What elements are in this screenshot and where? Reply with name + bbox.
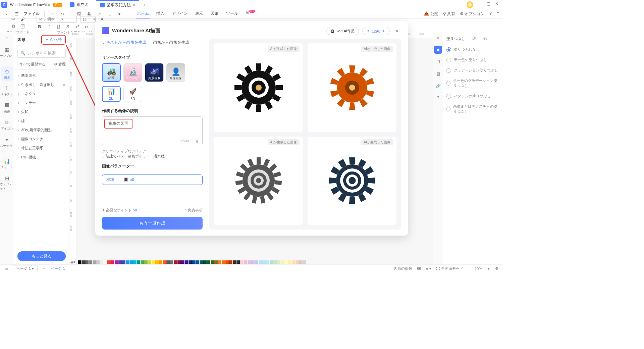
zoom-level[interactable]: 20% [475,267,482,271]
disclaimer-link[interactable]: ○ 免責事項 [184,208,203,213]
generated-image-2[interactable]: AIが生成した画像 [308,43,396,132]
subscript-icon[interactable]: x₂ [84,23,90,30]
sidebar-item-shapes[interactable]: ◇図形 [1,66,13,81]
shape-category[interactable]: 引き出し、吹き出し [14,80,69,89]
resource-type-sticker[interactable]: 🔬ステッカー [123,63,142,82]
color-swatch[interactable] [174,260,177,264]
help-panel-icon[interactable]: ? [434,94,442,102]
sidebar-item-image[interactable]: 🖼画像 [4,101,10,115]
ribbon-tab-design[interactable]: デザイン [171,9,189,18]
color-swatch[interactable] [85,260,89,264]
celebration-icon[interactable] [467,1,473,8]
dialog-close-icon[interactable]: ✕ [393,27,401,35]
shape-category[interactable]: 寸法と工学系 [14,144,69,153]
color-swatch[interactable] [277,260,280,264]
dialog-tab-image2image[interactable]: 画像から画像を生成 [153,40,189,47]
color-swatch[interactable] [296,260,299,264]
sidebar-collapse-icon[interactable]: « [2,34,12,42]
bold-icon[interactable]: B [37,23,43,30]
maximize-button[interactable]: ▢ [487,1,490,8]
color-swatch[interactable] [255,260,258,264]
color-swatch[interactable] [159,260,162,264]
color-swatch[interactable] [100,260,103,264]
minimize-button[interactable]: — [478,1,482,8]
page-select[interactable]: ページ-1 ▾ [13,265,38,272]
add-page-button[interactable]: ＋ [42,266,46,271]
ribbon-tab-ai[interactable]: AIhot [245,9,256,18]
dimension-2d[interactable]: 📊2D [102,86,121,102]
ribbon-tab-home[interactable]: ホーム [136,9,150,18]
share-button[interactable]: ⚲ 共有 [443,11,455,17]
zoom-out-button[interactable]: − [468,267,470,271]
color-swatch[interactable] [259,260,262,264]
close-button[interactable]: ✕ [495,1,498,8]
underline-icon[interactable]: U [55,23,61,30]
page-tab[interactable]: ページ-1 [51,266,65,271]
ribbon-tab-view[interactable]: 表示 [195,9,204,18]
right-panel-collapse-icon[interactable]: » [433,34,443,42]
sidebar-item-chart[interactable]: 📊チャート [1,156,13,171]
color-swatch[interactable] [93,260,96,264]
options-button[interactable]: ⚙ オプション [460,11,485,17]
theme-dropdown-icon[interactable]: ◈▾ [70,260,75,264]
resource-type-landscape[interactable]: 🌌風景画像 [145,63,164,82]
italic-icon[interactable]: I [46,23,52,30]
dialog-tab-text2image[interactable]: テキストから画像を生成 [102,40,146,47]
fullscreen-button[interactable]: ⛶ 全画面モード [436,266,463,271]
color-swatch-row[interactable]: ◈▾ [70,260,496,264]
color-swatch[interactable] [152,260,155,264]
color-swatch[interactable] [262,260,266,264]
sidebar-item-sticker[interactable]: ✦ステッカー [0,135,14,154]
color-swatch[interactable] [200,260,203,264]
layout-panel-icon[interactable]: ▧ [434,70,442,78]
color-swatch[interactable] [177,260,181,264]
color-swatch[interactable] [196,260,199,264]
doc-tab-1[interactable]: 歯車表記方法 × [96,0,139,9]
tab-shadow[interactable]: 影 [483,36,487,41]
back-button[interactable]: ‹ [3,12,10,16]
shape-category[interactable]: 線 [14,116,69,126]
color-swatch[interactable] [218,260,221,264]
image-param-button[interactable]: 標準 | 🔳 50 [102,174,203,185]
copy-icon[interactable]: ⧉ [10,23,16,29]
color-swatch[interactable] [303,260,306,264]
fill-option-mono-gradient[interactable]: 単一色のグラデーション塗りつぶし [446,76,500,91]
color-swatch[interactable] [207,260,210,264]
color-swatch[interactable] [203,260,207,264]
color-swatch[interactable] [273,260,277,264]
more-button[interactable]: もっと見る [17,251,66,261]
resource-type-portrait[interactable]: 👤肖像画像 [166,63,185,82]
fill-option-none[interactable]: 塗りつぶしなし [446,44,500,55]
settings-icon[interactable]: ⚙ [495,266,498,271]
color-swatch[interactable] [104,260,107,264]
cut-icon[interactable]: ✂ [10,16,16,22]
tab-line[interactable]: 線 [472,36,476,41]
color-swatch[interactable] [292,260,295,264]
font-size-select[interactable]: 12▾ [80,16,96,22]
color-swatch[interactable] [229,260,232,264]
tab-fill[interactable]: 塗りつぶし [446,36,465,41]
creative-keywords[interactable]: 二階建てバス 蒸気ボイラー 潜水艦 [102,154,165,158]
color-swatch[interactable] [244,260,247,264]
sidebar-item-icon[interactable]: ☺アイコン [1,118,13,132]
color-swatch[interactable] [266,260,269,264]
color-swatch[interactable] [166,260,170,264]
color-swatch[interactable] [214,260,218,264]
color-swatch[interactable] [141,260,144,264]
shape-category[interactable]: 画像コンテナ [14,135,69,144]
strike-icon[interactable]: S [65,23,71,30]
color-swatch[interactable] [240,260,244,264]
symbol-search-input[interactable]: 🔍 シンボルを検索 [17,49,66,58]
fill-option-pattern[interactable]: パターンの塗りつぶし [446,91,500,101]
pages-panel-icon[interactable]: ▭ [5,266,8,271]
shape-category[interactable]: PID 機械 [14,153,69,162]
color-swatch[interactable] [155,260,159,264]
regenerate-button[interactable]: もう一度作成 [102,217,203,230]
new-tab-button[interactable]: ＋ [143,2,147,8]
color-swatch[interactable] [163,260,166,264]
paste-icon[interactable]: 📋 [19,23,25,29]
color-swatch[interactable] [148,260,151,264]
color-swatch[interactable] [111,260,114,264]
generated-image-4[interactable]: AIが生成した画像 [308,137,396,225]
fill-option-solid[interactable]: 単一色の塗りつぶし [446,55,500,65]
